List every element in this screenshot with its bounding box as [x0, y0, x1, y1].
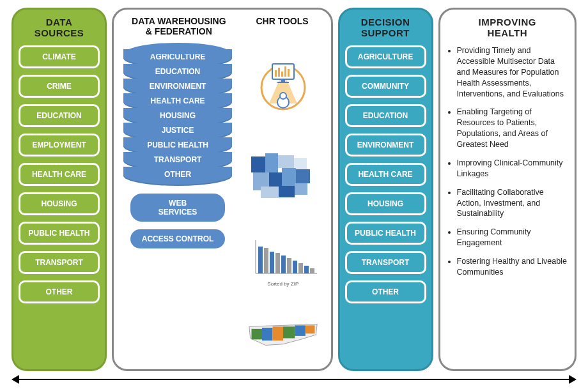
improving-bullet: Providing Timely and Accessible Multisec…: [457, 45, 569, 99]
improving-bullet: Fostering Healthy and Liveable Communiti…: [457, 256, 569, 278]
svg-rect-9: [288, 69, 290, 77]
improving-health-list: Providing Timely and Accessible Multisec…: [445, 45, 569, 286]
warehousing-tools-panel: DATA WAREHOUSING & FEDERATION CHR TOOLS …: [112, 8, 332, 371]
improving-bullet: Facilitating Collaborative Action, Inves…: [457, 187, 569, 220]
decision-item: AGRICULTURE: [345, 45, 426, 68]
svg-rect-40: [295, 325, 306, 336]
svg-rect-13: [265, 153, 278, 172]
svg-rect-20: [261, 187, 279, 198]
svg-rect-22: [295, 183, 307, 195]
decision-item: PUBLIC HEALTH: [345, 222, 426, 245]
svg-rect-32: [298, 263, 303, 273]
svg-rect-30: [287, 258, 291, 273]
decision-item: COMMUNITY: [345, 75, 426, 98]
improving-bullet: Ensuring Community Engagement: [457, 227, 569, 248]
svg-rect-39: [283, 326, 295, 338]
svg-rect-27: [270, 252, 274, 273]
diagram-columns: DATA SOURCES CLIMATE CRIME EDUCATION EMP…: [12, 8, 576, 371]
source-item: OTHER: [19, 280, 100, 303]
svg-rect-19: [296, 169, 310, 183]
svg-rect-37: [262, 328, 273, 340]
source-item: CLIMATE: [19, 45, 100, 68]
decision-support-panel: DECISION SUPPORT AGRICULTURE COMMUNITY E…: [338, 8, 433, 371]
svg-rect-4: [277, 82, 289, 83]
svg-rect-38: [272, 326, 283, 340]
improving-bullet: Enabling Targeting of Resources to Patie…: [457, 107, 569, 150]
svg-rect-21: [279, 186, 295, 197]
svg-rect-15: [294, 158, 307, 169]
source-item: EMPLOYMENT: [19, 133, 100, 156]
data-sources-panel: DATA SOURCES CLIMATE CRIME EDUCATION EMP…: [12, 8, 107, 371]
improving-bullet: Improving Clinical-Community Linkages: [457, 158, 569, 179]
source-item: TRANSPORT: [19, 251, 100, 274]
chr-tools-title: CHR TOOLS: [239, 16, 326, 39]
svg-rect-14: [278, 155, 294, 168]
decision-item: HEALTH CARE: [345, 163, 426, 186]
svg-rect-18: [282, 168, 296, 186]
svg-rect-25: [258, 247, 263, 273]
improving-health-title: IMPROVING HEALTH: [445, 16, 569, 39]
source-item: PUBLIC HEALTH: [19, 222, 100, 245]
svg-rect-8: [284, 66, 286, 77]
svg-rect-17: [269, 172, 282, 187]
svg-rect-7: [281, 72, 283, 77]
svg-rect-12: [251, 156, 265, 172]
source-item: EDUCATION: [19, 104, 100, 127]
cylinder-layer: OTHER: [123, 167, 231, 186]
dashboard-chart-icon: [248, 52, 318, 116]
svg-rect-28: [275, 253, 280, 273]
source-item: HOUSING: [19, 192, 100, 215]
svg-rect-5: [275, 70, 277, 77]
data-cylinder-icon: AGRICULTURE EDUCATION ENVIRONMENT HEALTH…: [123, 43, 231, 186]
bar-chart-icon: Sorted by ZIP: [248, 235, 318, 287]
bidirectional-arrow-icon: [12, 375, 576, 384]
source-item: HEALTH CARE: [19, 163, 100, 186]
decision-support-list: AGRICULTURE COMMUNITY EDUCATION ENVIRONM…: [345, 45, 426, 303]
state-map-icon: [248, 321, 318, 349]
bar-chart-caption: Sorted by ZIP: [267, 281, 298, 287]
decision-item: HOUSING: [345, 192, 426, 215]
svg-rect-31: [293, 261, 297, 273]
decision-support-title: DECISION SUPPORT: [345, 16, 426, 39]
warehousing-column: AGRICULTURE EDUCATION ENVIRONMENT HEALTH…: [119, 39, 236, 363]
decision-item: ENVIRONMENT: [345, 133, 426, 156]
svg-rect-6: [278, 68, 280, 77]
svg-rect-41: [306, 325, 315, 333]
svg-rect-29: [281, 256, 286, 273]
svg-rect-26: [264, 248, 268, 273]
access-control-pill: ACCESS CONTROL: [130, 229, 224, 248]
svg-rect-3: [281, 79, 285, 82]
improving-health-panel: IMPROVING HEALTH Providing Timely and Ac…: [438, 8, 576, 371]
warehousing-title: DATA WAREHOUSING & FEDERATION: [119, 16, 239, 39]
svg-rect-33: [304, 266, 309, 273]
choropleth-map-icon: [248, 150, 318, 201]
data-sources-title: DATA SOURCES: [19, 16, 100, 39]
decision-item: EDUCATION: [345, 104, 426, 127]
svg-rect-34: [310, 268, 314, 273]
web-services-pill: WEB SERVICES: [130, 194, 224, 222]
source-item: CRIME: [19, 75, 100, 98]
chr-tools-column: Sorted by ZIP: [240, 39, 325, 363]
data-sources-list: CLIMATE CRIME EDUCATION EMPLOYMENT HEALT…: [19, 45, 100, 303]
svg-point-11: [280, 93, 286, 99]
decision-item: TRANSPORT: [345, 251, 426, 274]
decision-item: OTHER: [345, 280, 426, 303]
svg-rect-36: [251, 329, 262, 340]
